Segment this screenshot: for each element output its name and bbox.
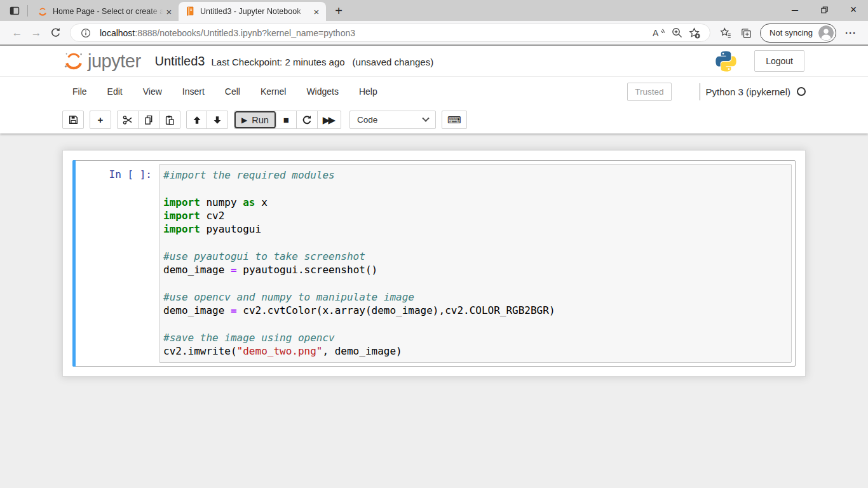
url-path: :8888/notebooks/Untitled3.ipynb?kernel_n… bbox=[135, 28, 355, 38]
restart-run-all-button[interactable]: ▶▶ bbox=[318, 111, 341, 128]
minimize-button[interactable]: ─ bbox=[780, 0, 810, 20]
avatar bbox=[818, 25, 834, 41]
cell-type-select[interactable]: Code bbox=[349, 111, 436, 129]
jupyter-planet-icon bbox=[62, 50, 85, 72]
cut-button[interactable] bbox=[118, 111, 139, 128]
url-text: localhost:8888/notebooks/Untitled3.ipynb… bbox=[100, 28, 650, 38]
menubar: File Edit View Insert Cell Kernel Widget… bbox=[0, 77, 868, 106]
interrupt-kernel-button[interactable]: ■ bbox=[276, 111, 297, 128]
browser-tab-bar: Home Page - Select or create a n × Untit… bbox=[0, 0, 868, 21]
url-field[interactable]: localhost:8888/notebooks/Untitled3.ipynb… bbox=[70, 24, 710, 42]
forward-button[interactable]: → bbox=[27, 24, 46, 43]
restart-icon bbox=[302, 115, 312, 125]
python-logo-icon bbox=[714, 50, 738, 73]
window-controls: ─ × bbox=[780, 0, 868, 21]
close-tab-icon[interactable]: × bbox=[163, 6, 175, 17]
refresh-button[interactable] bbox=[46, 24, 65, 43]
chevron-down-icon bbox=[422, 114, 429, 121]
copy-icon bbox=[144, 115, 154, 125]
add-cell-button[interactable]: + bbox=[90, 111, 111, 128]
code-cell[interactable]: In [ ]: #import the required modules imp… bbox=[72, 160, 796, 367]
unsaved-status: (unsaved changes) bbox=[353, 57, 434, 67]
back-button[interactable]: ← bbox=[8, 24, 27, 43]
menu-help[interactable]: Help bbox=[349, 83, 388, 100]
paste-icon bbox=[165, 115, 175, 125]
play-icon: ▶ bbox=[241, 116, 247, 124]
read-aloud-icon[interactable]: A bbox=[650, 25, 668, 41]
cell-type-value: Code bbox=[357, 115, 423, 125]
jupyter-book-icon bbox=[185, 6, 195, 17]
menu-file[interactable]: File bbox=[62, 83, 97, 100]
tab-title: Home Page - Select or create a n bbox=[53, 7, 163, 16]
close-tab-icon[interactable]: × bbox=[311, 6, 322, 17]
cell-input-area[interactable]: #import the required modules import nump… bbox=[159, 164, 792, 363]
jupyter-logo[interactable]: jupyter bbox=[62, 50, 141, 72]
plus-icon: + bbox=[98, 115, 104, 125]
new-tab-button[interactable]: + bbox=[330, 2, 348, 20]
kernel-idle-icon bbox=[797, 87, 806, 96]
menu-view[interactable]: View bbox=[133, 83, 172, 100]
copy-button[interactable] bbox=[139, 111, 159, 128]
keyboard-icon: ⌨ bbox=[447, 115, 461, 125]
move-cell-down-button[interactable] bbox=[207, 111, 227, 128]
notebook-title[interactable]: Untitled3 bbox=[155, 54, 205, 69]
restart-kernel-button[interactable] bbox=[297, 111, 318, 128]
run-button[interactable]: ▶ Run bbox=[234, 111, 276, 128]
close-icon: × bbox=[850, 3, 857, 17]
trusted-button[interactable]: Trusted bbox=[627, 83, 671, 101]
move-cell-up-button[interactable] bbox=[187, 111, 207, 128]
menu-edit[interactable]: Edit bbox=[97, 83, 133, 100]
site-info-icon[interactable] bbox=[77, 25, 95, 41]
jupyter-wordmark: jupyter bbox=[88, 50, 141, 72]
profile-button[interactable]: Not syncing bbox=[760, 24, 836, 43]
command-palette-button[interactable]: ⌨ bbox=[442, 111, 466, 128]
tab-title: Untitled3 - Jupyter Notebook bbox=[200, 7, 311, 16]
kernel-name: Python 3 (ipykernel) bbox=[700, 86, 797, 97]
save-button[interactable] bbox=[63, 111, 83, 128]
jupyter-spinner-icon bbox=[37, 6, 48, 17]
fast-forward-icon: ▶▶ bbox=[323, 115, 336, 125]
menu-insert[interactable]: Insert bbox=[172, 83, 215, 100]
toolbar: + ▶ Run bbox=[0, 106, 868, 133]
jupyter-header: jupyter Untitled3 Last Checkpoint: 2 min… bbox=[0, 46, 868, 133]
notebook-title-group: Untitled3 Last Checkpoint: 2 minutes ago… bbox=[155, 54, 434, 69]
collections-icon[interactable] bbox=[736, 24, 756, 43]
checkpoint-status: Last Checkpoint: 2 minutes ago bbox=[211, 57, 344, 67]
close-window-button[interactable]: × bbox=[839, 0, 868, 20]
paste-button[interactable] bbox=[159, 111, 180, 128]
sync-status-label: Not syncing bbox=[770, 28, 813, 37]
restore-icon bbox=[820, 5, 829, 15]
selected-cell-indicator bbox=[72, 160, 76, 367]
refresh-icon bbox=[50, 27, 61, 38]
tab-actions-button[interactable] bbox=[5, 0, 24, 21]
menu-kernel[interactable]: Kernel bbox=[250, 83, 296, 100]
arrow-up-icon bbox=[193, 116, 201, 125]
menu-widgets[interactable]: Widgets bbox=[296, 83, 349, 100]
tab-actions-icon bbox=[9, 5, 20, 17]
notebook-site: In [ ]: #import the required modules imp… bbox=[0, 133, 868, 377]
arrow-down-icon bbox=[213, 116, 222, 125]
notebook-container: In [ ]: #import the required modules imp… bbox=[62, 150, 806, 377]
save-icon bbox=[69, 115, 78, 125]
browser-address-bar: ← → localhost:8888/notebooks/Untitled3.i… bbox=[0, 21, 868, 46]
menu-cell[interactable]: Cell bbox=[215, 83, 250, 100]
restore-button[interactable] bbox=[810, 0, 839, 20]
browser-menu-icon[interactable]: ··· bbox=[840, 24, 862, 43]
url-host: localhost bbox=[100, 28, 135, 38]
zoom-in-icon[interactable] bbox=[668, 25, 686, 41]
cut-icon bbox=[123, 115, 133, 125]
logout-button[interactable]: Logout bbox=[754, 50, 804, 72]
code-editor[interactable]: #import the required modules import nump… bbox=[163, 168, 789, 358]
tab-divider bbox=[27, 5, 28, 17]
input-prompt: In [ ]: bbox=[76, 164, 159, 363]
add-favorite-icon[interactable] bbox=[686, 25, 703, 41]
favorites-icon[interactable] bbox=[715, 24, 736, 43]
run-label: Run bbox=[252, 115, 269, 125]
browser-tab-home[interactable]: Home Page - Select or create a n × bbox=[31, 2, 179, 21]
stop-icon: ■ bbox=[283, 115, 289, 125]
browser-tab-notebook[interactable]: Untitled3 - Jupyter Notebook × bbox=[179, 2, 326, 21]
svg-text:A: A bbox=[653, 28, 659, 38]
